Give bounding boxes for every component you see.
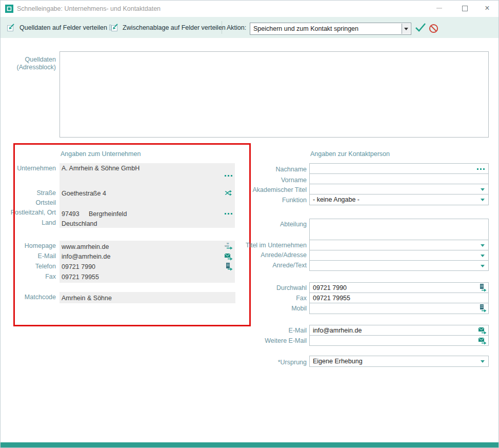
dial-phone-icon[interactable] <box>478 304 487 313</box>
company-plz-ort-label: Postleitzahl, Ort <box>5 209 56 216</box>
contact-nachname-field[interactable] <box>309 163 489 174</box>
company-land-label: Land <box>5 219 56 226</box>
company-matchcode-field[interactable]: Amrhein & Söhne <box>59 292 235 303</box>
contact-anrede-text-select[interactable] <box>309 260 489 271</box>
action-select[interactable]: Speichern und zum Kontakt springen <box>250 23 411 35</box>
contact-fax-label: Fax <box>240 295 307 302</box>
contact-email-label: E-Mail <box>240 327 307 334</box>
chevron-down-icon[interactable] <box>481 199 485 201</box>
company-fax-value[interactable]: 09721 79955 <box>62 274 99 281</box>
company-fax-label: Fax <box>5 273 56 280</box>
contact-anrede-text-label: Anrede/Text <box>240 262 307 269</box>
action-select-value: Speichern und zum Kontakt springen <box>253 25 358 32</box>
send-email-icon[interactable] <box>478 337 487 345</box>
contact-nachname-label: Nachname <box>240 166 307 173</box>
contact-ursprung-select[interactable]: Eigene Erhebung <box>309 356 489 367</box>
contact-email-field[interactable]: info@amrhein.de <box>309 325 489 336</box>
toolbar-separator <box>222 21 222 34</box>
contact-akad-titel-select[interactable] <box>309 184 489 194</box>
contact-akad-titel-label: Akademischer Titel <box>240 186 307 193</box>
company-matchcode-label: Matchcode <box>5 294 56 301</box>
company-ort-value[interactable]: Bergrheinfeld <box>89 210 127 218</box>
contact-ursprung-value: Eigene Erhebung <box>313 358 363 365</box>
contact-email-value: info@amrhein.de <box>313 327 362 334</box>
window-title: Schnelleingabe: Unternehmens- und Kontak… <box>17 5 161 12</box>
company-email-value[interactable]: info@amrhein.de <box>62 253 110 260</box>
chevron-down-icon[interactable] <box>481 255 485 257</box>
company-matchcode-value: Amrhein & Söhne <box>62 295 112 302</box>
company-plz-value[interactable]: 97493 <box>62 210 79 218</box>
contact-heading: Angaben zur Kontaktperson <box>310 150 390 158</box>
distribute-clipboard-button[interactable]: Zwischenablage auf Felder verteilen <box>123 24 226 31</box>
contact-vorname-label: Vorname <box>240 177 307 184</box>
chevron-down-icon[interactable] <box>481 188 485 191</box>
company-telefon-label: Telefon <box>5 263 56 270</box>
send-email-icon[interactable] <box>478 326 487 335</box>
confirm-check-icon[interactable] <box>415 23 426 33</box>
title-bar: Schnelleingabe: Unternehmens- und Kontak… <box>1 1 498 17</box>
contact-funktion-value: - keine Angabe - <box>313 196 360 203</box>
contact-funktion-select[interactable]: - keine Angabe - <box>309 194 489 205</box>
app-icon <box>5 5 13 13</box>
company-strasse-value[interactable]: Goethestraße 4 <box>62 190 106 197</box>
company-unternehmen-ellipsis-icon[interactable] <box>225 175 232 177</box>
chevron-down-icon[interactable] <box>481 244 485 247</box>
company-plz-ort-ellipsis-icon[interactable] <box>225 213 232 215</box>
distribute-clipboard-icon <box>109 24 118 32</box>
chevron-down-icon[interactable] <box>481 265 485 267</box>
contact-mobil-field[interactable] <box>309 303 489 314</box>
contact-vorname-field[interactable] <box>309 173 489 184</box>
maximize-button[interactable] <box>456 1 473 16</box>
contact-weitere-email-field[interactable] <box>309 335 489 346</box>
dial-phone-icon[interactable] <box>224 262 233 271</box>
quelldaten-label-line2: (Adressblock) <box>5 64 56 71</box>
company-ortsteil-label: Ortsteil <box>5 199 56 206</box>
distribute-source-button[interactable]: Quelldaten auf Felder verteilen <box>19 24 107 31</box>
chevron-down-icon <box>404 28 408 30</box>
contact-durchwahl-value: 09721 7990 <box>313 284 347 291</box>
cancel-block-icon[interactable] <box>429 24 438 33</box>
contact-durchwahl-label: Durchwahl <box>240 284 307 291</box>
contact-durchwahl-field[interactable]: 09721 7990 <box>309 282 489 293</box>
contact-ursprung-label: *Ursprung <box>240 359 307 366</box>
company-strasse-label: Straße <box>5 189 56 197</box>
contact-titel-unternehmen-label: Titel im Unternehmen <box>240 242 307 249</box>
contact-funktion-label: Funktion <box>240 197 307 204</box>
bottom-accent-bar <box>1 442 498 447</box>
company-unternehmen-label: Unternehmen <box>5 165 56 172</box>
company-land-value[interactable]: Deutschland <box>62 220 97 227</box>
quelldaten-textarea[interactable] <box>59 51 489 138</box>
company-email-label: E-Mail <box>5 252 56 260</box>
dial-phone-icon[interactable] <box>478 284 487 293</box>
toolbar: Quelldaten auf Felder verteilen Zwischen… <box>1 17 498 38</box>
contact-anrede-adresse-select[interactable] <box>309 250 489 261</box>
close-button[interactable]: × <box>478 1 496 16</box>
address-distribute-icon[interactable] <box>224 189 233 198</box>
contact-abteilung-label: Abteilung <box>240 221 307 228</box>
contact-titel-unternehmen-select[interactable] <box>309 240 489 250</box>
company-telefon-value[interactable]: 09721 7990 <box>62 263 95 270</box>
distribute-source-icon <box>6 24 15 32</box>
send-email-icon[interactable] <box>224 252 233 261</box>
svg-text:ww: ww <box>224 244 229 247</box>
company-unternehmen-value[interactable]: A. Amrhein & Söhne GmbH <box>62 165 139 172</box>
company-homepage-label: Homepage <box>5 242 56 249</box>
contact-anrede-adresse-label: Anrede/Adresse <box>240 251 307 259</box>
company-heading: Angaben zum Unternehmen <box>61 150 141 158</box>
action-label: Aktion: <box>227 24 246 31</box>
company-homepage-value[interactable]: www.amrhein.de <box>62 243 109 250</box>
open-website-icon[interactable]: w ww <box>224 241 233 250</box>
contact-weitere-email-label: Weitere E-Mail <box>240 337 307 344</box>
contact-fax-value: 09721 79955 <box>313 295 350 302</box>
contact-mobil-label: Mobil <box>240 305 307 312</box>
contact-fax-field[interactable]: 09721 79955 <box>309 293 489 303</box>
action-select-arrow-button[interactable] <box>402 24 410 34</box>
quelldaten-label-line1: Quelldaten <box>5 56 56 63</box>
chevron-down-icon[interactable] <box>481 360 485 363</box>
quick-entry-dialog: Schnelleingabe: Unternehmens- und Kontak… <box>0 0 499 448</box>
minimize-button[interactable] <box>430 1 448 16</box>
contact-abteilung-field[interactable] <box>309 219 489 240</box>
contact-nachname-ellipsis-icon[interactable] <box>477 168 485 170</box>
